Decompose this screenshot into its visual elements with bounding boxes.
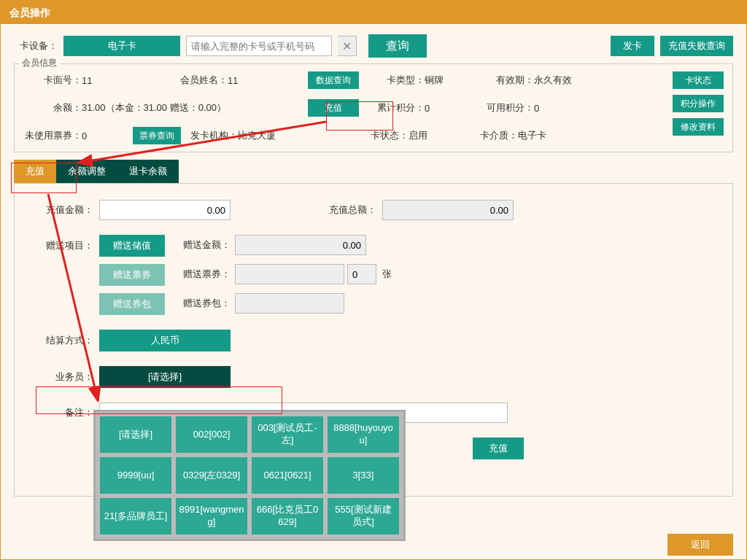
salesman-option[interactable]: 8991[wangmeng] <box>176 498 247 534</box>
gift-coupon-button[interactable]: 赠送票券 <box>99 264 165 286</box>
avail-points-value: 0 <box>534 103 539 114</box>
tabs: 充值 余额调整 退卡余额 <box>14 160 746 183</box>
recharge-amount-input[interactable] <box>99 200 231 220</box>
settle-method-label: 结算方式： <box>35 334 93 347</box>
device-select-button[interactable]: 电子卡 <box>63 36 180 56</box>
card-status-value: 启用 <box>409 129 467 142</box>
salesman-select[interactable]: [请选择] <box>99 366 231 388</box>
footer: 返回 <box>1 530 746 559</box>
recharge-fail-query-button[interactable]: 充值失败查询 <box>660 36 733 56</box>
gift-pack-label: 赠送券包： <box>178 297 231 310</box>
query-button[interactable]: 查询 <box>368 34 427 58</box>
recharge-form: 充值金额： 充值总额： 赠送项目： 赠送储值 赠送票券 赠送券包 赠送金额： <box>14 183 733 497</box>
card-medium-value: 电子卡 <box>518 129 546 142</box>
remark-label: 备注： <box>35 406 93 419</box>
recharge-total-input <box>382 200 514 220</box>
settle-method-select[interactable]: 人民币 <box>99 330 231 351</box>
salesman-option[interactable]: 8888[huyouyou] <box>328 416 399 453</box>
gift-store-button[interactable]: 赠送储值 <box>99 235 165 257</box>
gift-amount-input <box>235 235 366 255</box>
points-ops-button[interactable]: 积分操作 <box>673 95 724 112</box>
unused-coupon-label: 未使用票券： <box>23 129 82 142</box>
member-info-fieldset: 会员信息 卡面号： 11 会员姓名： 11 数据查询 卡类型： 铜牌 有效期： … <box>14 63 733 152</box>
tab-recharge[interactable]: 充值 <box>14 160 56 183</box>
back-button[interactable]: 返回 <box>667 534 733 556</box>
recharge-total-label: 充值总额： <box>318 203 376 217</box>
salesman-option[interactable]: [请选择] <box>100 416 171 453</box>
member-ops-window: 会员操作 卡设备： 电子卡 ✕ 查询 发卡 充值失败查询 会员信息 卡面号： 1… <box>0 0 747 560</box>
member-name-label: 会员姓名： <box>177 74 228 87</box>
coupon-query-button[interactable]: 票券查询 <box>133 127 181 144</box>
gift-pack-input <box>235 293 344 314</box>
recharge-amount-label: 充值金额： <box>35 203 93 217</box>
info-side-buttons: 卡状态 积分操作 修改资料 <box>673 71 724 144</box>
issuer-label: 发卡机构： <box>185 129 238 142</box>
window-title: 会员操作 <box>9 7 50 18</box>
gift-coupon-label: 赠送票券： <box>178 268 231 281</box>
member-name-value: 11 <box>228 75 301 86</box>
points-value: 0 <box>425 103 483 114</box>
unused-coupon-value: 0 <box>82 131 133 141</box>
recharge-small-button[interactable]: 充值 <box>308 99 359 117</box>
balance-value: 31.00（本金：31.00 赠送：0.00） <box>82 101 301 114</box>
salesman-option[interactable]: 666[比克员工0629] <box>252 498 323 534</box>
card-status-label: 卡状态： <box>357 129 409 142</box>
card-no-value: 11 <box>82 75 177 86</box>
salesman-option[interactable]: 555[测试新建员式] <box>328 498 399 534</box>
data-query-button[interactable]: 数据查询 <box>308 71 359 89</box>
salesman-option[interactable]: 003[测试员工-左] <box>252 416 323 453</box>
card-medium-label: 卡介质： <box>467 129 518 142</box>
edit-info-button[interactable]: 修改资料 <box>673 118 724 136</box>
tab-balance-adjust[interactable]: 余额调整 <box>56 160 117 183</box>
card-type-value: 铜牌 <box>425 74 483 87</box>
balance-label: 余额： <box>23 101 82 114</box>
issue-card-button[interactable]: 发卡 <box>611 36 654 56</box>
expiry-value: 永久有效 <box>534 74 572 87</box>
salesman-option[interactable]: 002[002] <box>176 416 247 453</box>
gift-coupon-qty-input <box>347 264 376 284</box>
recharge-submit-button[interactable]: 充值 <box>473 438 524 459</box>
issuer-value: 比克大厦 <box>238 129 343 142</box>
salesman-dropdown: [请选择]002[002]003[测试员工-左]8888[huyouyou]99… <box>93 410 406 541</box>
gift-coupon-input <box>235 264 344 284</box>
salesman-option[interactable]: 21[多品牌员工] <box>100 498 171 534</box>
top-toolbar: 卡设备： 电子卡 ✕ 查询 发卡 充值失败查询 <box>1 24 746 63</box>
sheet-unit-label: 张 <box>382 268 392 281</box>
salesman-option[interactable]: 0329[左0329] <box>176 457 247 494</box>
expiry-label: 有效期： <box>483 74 534 87</box>
card-search-input[interactable] <box>186 36 332 56</box>
avail-points-label: 可用积分： <box>483 101 534 114</box>
card-type-label: 卡类型： <box>374 74 425 87</box>
salesman-label: 业务员： <box>35 370 93 384</box>
gift-items-label: 赠送项目： <box>35 235 93 252</box>
gift-amount-label: 赠送金额： <box>178 238 231 252</box>
member-info-legend: 会员信息 <box>19 57 60 69</box>
titlebar: 会员操作 <box>1 1 746 24</box>
points-label: 累计积分： <box>374 101 425 114</box>
gift-pack-button[interactable]: 赠送券包 <box>99 293 165 315</box>
tab-refund[interactable]: 退卡余额 <box>117 160 179 183</box>
salesman-option[interactable]: 0621[0621] <box>252 457 323 494</box>
card-no-label: 卡面号： <box>23 74 82 87</box>
device-label: 卡设备： <box>14 39 58 52</box>
salesman-option[interactable]: 9999[uu] <box>100 457 171 494</box>
salesman-option[interactable]: 3[33] <box>328 457 399 494</box>
clear-search-button[interactable]: ✕ <box>338 36 357 56</box>
card-status-button[interactable]: 卡状态 <box>673 71 724 89</box>
